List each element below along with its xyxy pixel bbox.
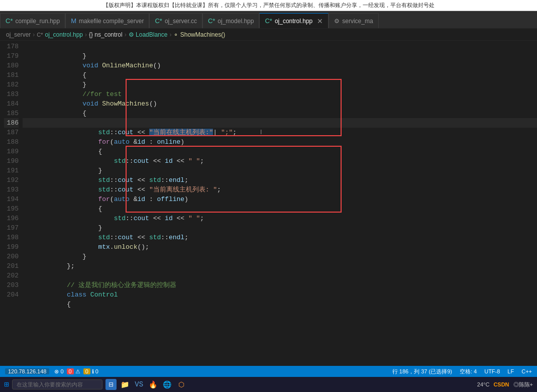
- code-line-182: //for test: [23, 80, 537, 89]
- tab-icon-2: M: [71, 17, 76, 25]
- taskbar: ⊞ ⊟ 📁 VS 🔥 🌐 ⬡ 24°C CSDN ◎陈陈+: [0, 377, 537, 392]
- taskbar-icon-5[interactable]: 🌐: [162, 379, 173, 390]
- tab-icon-1: C*: [6, 17, 13, 25]
- tab-icon-4: C*: [208, 17, 215, 25]
- code-line-189: std::cout << id << " ";: [23, 147, 537, 156]
- code-line-192: std::cout << "当前离线主机列表: ";: [23, 175, 537, 185]
- code-line-190: }: [23, 156, 537, 166]
- tab-icon-3: C*: [155, 17, 162, 25]
- taskbar-icon-2[interactable]: 📁: [120, 379, 131, 390]
- code-line-179: void OnlineMachine(): [23, 51, 537, 61]
- code-line-193: for(auto &id : offline): [23, 185, 537, 194]
- code-line-188: {: [23, 137, 537, 147]
- code-line-202: // 这是我们的核心业务逻辑的控制器: [23, 271, 537, 280]
- language: C++: [521, 368, 532, 374]
- taskbar-icon-1[interactable]: ⊟: [105, 379, 117, 390]
- code-line-180: {: [23, 61, 537, 70]
- line-ending: LF: [507, 368, 514, 374]
- tab-label-6: service_ma: [342, 18, 373, 25]
- breadcrumb-func[interactable]: ⚬ ShowMachines(): [173, 31, 225, 38]
- tab-compile-run[interactable]: C* compile_run.hpp: [0, 13, 65, 28]
- tab-label-5: oj_control.hpp: [275, 18, 312, 25]
- code-line-186: std::cout << "当前在线主机列表:"| ";"; I: [23, 118, 537, 128]
- code-line-187: for(auto &id : online): [23, 128, 537, 137]
- tab-oj-model[interactable]: C* oj_model.hpp: [202, 13, 260, 28]
- tab-oj-control[interactable]: C* oj_control.hpp ✕: [259, 13, 329, 28]
- tab-label-3: oj_server.cc: [165, 18, 197, 25]
- code-line-199: }: [23, 242, 537, 252]
- code-line-185: mtx.lock();: [23, 109, 537, 118]
- code-line-181: }: [23, 70, 537, 80]
- taskbar-icon-4[interactable]: 🔥: [148, 379, 159, 390]
- taskbar-right: 24°C CSDN ◎陈陈+: [477, 381, 533, 388]
- warning-bar: 【版权声明】本课程版权归【比特就业课】所有，仅限个人学习，严禁任何形式的录制、传…: [0, 0, 537, 11]
- tab-label-1: compile_run.hpp: [15, 18, 60, 25]
- code-line-204: {: [23, 290, 537, 300]
- tab-oj-server[interactable]: C* oj_server.cc: [149, 13, 202, 28]
- encoding: UTF-8: [484, 368, 500, 374]
- breadcrumb-server: oj_server: [6, 31, 31, 38]
- status-bar: 120.78.126.148 ⊗ 0 0 ⚠ 0 ℹ 0 行 186，列 37 …: [0, 366, 537, 377]
- temperature: 24°C: [477, 381, 490, 387]
- taskbar-search-input[interactable]: [12, 379, 102, 389]
- user-label: ◎陈陈+: [513, 381, 533, 388]
- status-left: 120.78.126.148 ⊗ 0 0 ⚠ 0 ℹ 0: [5, 368, 98, 375]
- taskbar-icon-3[interactable]: VS: [134, 379, 145, 390]
- code-line-178: }: [23, 42, 537, 51]
- code-line-196: }: [23, 214, 537, 223]
- tab-icon-5: C*: [265, 17, 272, 25]
- status-right: 行 186，列 37 (已选择9) 空格: 4 UTF-8 LF C++: [392, 368, 532, 375]
- tab-icon-6: ⚙: [334, 18, 340, 25]
- code-line-183: void ShowMachines(): [23, 89, 537, 99]
- code-line-203: class Control: [23, 280, 537, 290]
- code-line-195: std::cout << id << " ";: [23, 204, 537, 214]
- code-line-198: mtx.unlock();: [23, 233, 537, 242]
- code-line-191: std::cout << std::endl;: [23, 166, 537, 175]
- code-line-184: {: [23, 99, 537, 109]
- tab-service[interactable]: ⚙ service_ma: [329, 13, 378, 28]
- breadcrumb-file[interactable]: oj_control.hpp: [45, 31, 83, 38]
- code-line-200: };: [23, 252, 537, 261]
- taskbar-icon-6[interactable]: ⬡: [176, 379, 187, 390]
- breadcrumb-ns: {} ns_control: [89, 31, 123, 38]
- breadcrumb: oj_server › C* oj_control.hpp › {} ns_co…: [0, 29, 537, 41]
- error-count: ⊗ 0 0 ⚠ 0 ℹ 0: [54, 368, 98, 375]
- code-line-197: std::cout << std::endl;: [23, 223, 537, 233]
- cursor-position: 行 186，列 37 (已选择9): [392, 368, 452, 375]
- network-label: CSDN: [493, 381, 509, 387]
- tab-bar: C* compile_run.hpp M makefile compile_se…: [0, 11, 537, 29]
- tab-label-4: oj_model.hpp: [218, 18, 254, 25]
- code-line-194: {: [23, 194, 537, 204]
- indent-spaces: 空格: 4: [460, 368, 477, 375]
- editor: 178 179 180 181 182 183 184 185 186 187 …: [0, 41, 537, 361]
- line-numbers: 178 179 180 181 182 183 184 185 186 187 …: [0, 41, 23, 361]
- windows-icon[interactable]: ⊞: [4, 379, 9, 389]
- tab-close-5[interactable]: ✕: [317, 17, 323, 25]
- tab-label-2: makefile compile_server: [79, 18, 144, 25]
- code-area[interactable]: } void OnlineMachine() { } //for test vo…: [23, 41, 537, 361]
- breadcrumb-class[interactable]: ⚙ LoadBlance: [129, 31, 168, 38]
- code-line-201: [23, 261, 537, 271]
- ip-badge: 120.78.126.148: [5, 368, 49, 374]
- tab-makefile[interactable]: M makefile compile_server: [65, 13, 149, 28]
